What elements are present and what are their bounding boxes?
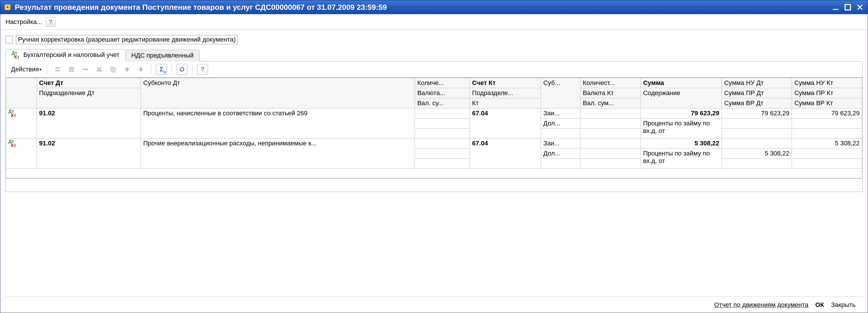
cell-sum-pr-kt <box>792 148 862 159</box>
manual-edit-label: Ручная корректировка (разрешает редактир… <box>16 35 238 44</box>
svg-rect-9 <box>83 69 88 70</box>
cell-sum-vr-dt <box>722 129 792 138</box>
cell-account-kt: 67.04 <box>470 138 541 169</box>
col-content[interactable]: Содержание <box>641 88 722 108</box>
titlebar[interactable]: Результат проведения документа Поступлен… <box>0 0 868 14</box>
cell-sum-pr-dt <box>722 118 792 129</box>
cell-sum-pr-kt <box>792 118 862 129</box>
cell-subkonto-kt: Дол... <box>541 118 580 129</box>
app-icon <box>4 3 11 11</box>
toolbar-separator <box>172 64 172 74</box>
arrow-up-icon[interactable] <box>122 64 132 75</box>
col-val-sum-dt[interactable]: Вал. су... <box>415 98 470 108</box>
close-link[interactable]: Закрыть <box>831 301 856 309</box>
cell-account-kt: 67.04 <box>470 108 541 138</box>
col-subkonto-dt[interactable]: Субконто Дт <box>141 78 415 108</box>
tab-strip: Дт Кт Бухгалтерский и налоговый учет НДС… <box>5 49 863 61</box>
cell-sum-pr-dt: 5 308,22 <box>722 148 792 159</box>
clear-icon[interactable] <box>94 64 105 75</box>
col-division-kt[interactable]: Подразделе... <box>470 88 541 98</box>
cell-sum-vr-kt <box>792 129 862 138</box>
cell-content: Проценты по займу по вх.д. от <box>641 148 722 169</box>
cell-account-dt: 91.02 <box>37 108 141 138</box>
minimize-button[interactable] <box>830 2 841 13</box>
toolbar-separator <box>47 64 48 74</box>
svg-rect-4 <box>55 68 60 69</box>
window-frame: Результат проведения документа Поступлен… <box>0 0 868 313</box>
svg-point-1 <box>7 6 9 8</box>
copy-icon[interactable] <box>107 64 119 75</box>
action-bar: Настройка... ? <box>0 14 868 30</box>
manual-edit-row: Ручная корректировка (разрешает редактир… <box>5 35 863 44</box>
refresh-icon[interactable] <box>177 64 187 75</box>
cell-subkonto-dt: Прочие внереализационные расходы, неприн… <box>141 138 415 169</box>
manual-edit-checkbox[interactable] <box>5 36 13 43</box>
tab-accounting[interactable]: Дт Кт Бухгалтерский и налоговый учет <box>5 49 126 62</box>
svg-rect-8 <box>69 71 74 72</box>
tab-panel: Действия ▾ Σн ? <box>5 61 863 179</box>
tab-accounting-label: Бухгалтерский и налоговый учет <box>24 51 120 58</box>
insert-row-icon[interactable] <box>66 64 77 75</box>
svg-rect-7 <box>69 69 74 70</box>
cell-sum-nu-kt: 5 308,22 <box>792 138 862 148</box>
tab-vat-label: НДС предъявленный <box>131 52 193 59</box>
table-row[interactable]: Дт Кт 91.02 Проценты, начисленные в соот… <box>6 108 862 118</box>
cell-sum-nu-kt: 79 623,29 <box>792 108 862 118</box>
col-kt[interactable]: Кт <box>470 98 541 108</box>
svg-rect-5 <box>55 70 60 71</box>
col-sum-vr-dt[interactable]: Сумма ВР Дт <box>722 98 792 108</box>
ok-button[interactable]: ОК <box>815 301 824 309</box>
col-account-kt[interactable]: Счет Кт <box>470 78 541 88</box>
tab-vat[interactable]: НДС предъявленный <box>125 50 199 62</box>
cell-account-dt: 91.02 <box>37 138 141 169</box>
col-sum-nu-kt[interactable]: Сумма НУ Кт <box>792 78 862 88</box>
dtkt-icon: Дт Кт <box>11 51 20 59</box>
col-sum-pr-dt[interactable]: Сумма ПР Дт <box>722 88 792 98</box>
col-account-dt[interactable]: Счет Дт <box>37 78 141 88</box>
cell-sum: 5 308,22 <box>641 138 722 148</box>
svg-rect-2 <box>833 9 838 10</box>
cell-sum-vr-dt <box>722 159 792 169</box>
arrow-down-icon[interactable] <box>135 64 146 75</box>
cell-content: Проценты по займу по вх.д. от <box>641 118 722 138</box>
col-sum[interactable]: Сумма <box>641 78 722 88</box>
cell-sum-nu-dt <box>722 138 792 148</box>
window-title: Результат проведения документа Поступлен… <box>15 3 829 12</box>
grid[interactable]: Счет Дт Субконто Дт Количе... Счет Кт Су… <box>6 77 862 179</box>
toolbar-separator <box>192 64 192 74</box>
col-currency-dt[interactable]: Валюта... <box>415 88 470 98</box>
cell-subkonto-kt: Заи... <box>541 138 580 148</box>
col-qty-kt[interactable]: Количест... <box>580 78 641 88</box>
table-footer-row <box>6 169 862 178</box>
col-sum-nu-dt[interactable]: Сумма НУ Дт <box>722 78 792 88</box>
svg-rect-6 <box>69 67 74 68</box>
col-division-dt[interactable]: Подразделение Дт <box>37 88 141 108</box>
delete-row-icon[interactable] <box>80 64 91 75</box>
footer-bar: Отчет по движениям документа ОК Закрыть <box>5 297 863 313</box>
add-row-icon[interactable] <box>52 64 63 75</box>
help-button[interactable]: ? <box>46 17 56 27</box>
col-qty-dt[interactable]: Количе... <box>415 78 470 88</box>
col-sum-vr-kt[interactable]: Сумма ВР Кт <box>792 98 862 108</box>
actions-menu[interactable]: Действия ▾ <box>10 65 42 74</box>
client-area: Ручная корректировка (разрешает редактир… <box>0 30 868 313</box>
chevron-down-icon: ▾ <box>39 67 41 72</box>
col-sum-pr-kt[interactable]: Сумма ПР Кт <box>792 88 862 98</box>
accounting-table: Счет Дт Субконто Дт Количе... Счет Кт Су… <box>6 78 862 178</box>
svg-rect-3 <box>845 5 850 10</box>
toolbar-help-icon[interactable]: ? <box>197 64 208 75</box>
cell-sum-vr-kt <box>792 159 862 169</box>
tab-panel-footer-space <box>5 179 863 192</box>
sigma-icon[interactable]: Σн <box>156 64 167 75</box>
col-val-sum-kt[interactable]: Вал. сум... <box>580 98 641 108</box>
actions-menu-label: Действия <box>11 66 39 73</box>
settings-link[interactable]: Настройка... <box>5 18 42 26</box>
close-button[interactable] <box>855 2 865 13</box>
dtkt-icon: Дт Кт <box>8 140 16 148</box>
col-subkonto-kt[interactable]: Суб... <box>541 78 580 108</box>
col-currency-kt[interactable]: Валюта Кт <box>580 88 641 98</box>
dtkt-icon: Дт Кт <box>8 109 16 118</box>
report-link[interactable]: Отчет по движениям документа <box>714 301 808 309</box>
maximize-button[interactable] <box>842 2 853 13</box>
table-row[interactable]: Дт Кт 91.02 Прочие внереализационные рас… <box>6 138 862 148</box>
